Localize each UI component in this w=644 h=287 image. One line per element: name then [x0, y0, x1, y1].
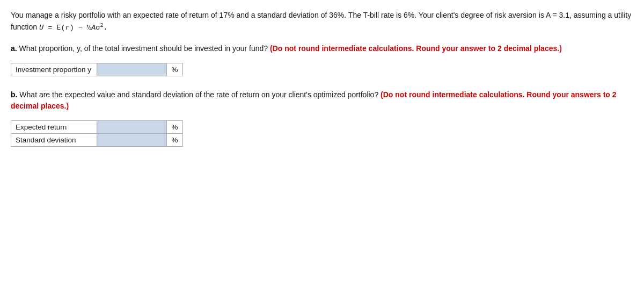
table-row: Expected return %: [11, 120, 183, 133]
part-b-label: b.: [11, 90, 17, 99]
part-a-table: Investment proportion y %: [11, 63, 183, 76]
part-a-instruction: (Do not round intermediate calculations.…: [270, 44, 562, 53]
std-deviation-unit: %: [167, 133, 183, 146]
investment-proportion-label: Investment proportion y: [11, 63, 97, 76]
expected-return-unit: %: [167, 120, 183, 133]
std-deviation-label: Standard deviation: [11, 133, 97, 146]
formula-u-label: U = E(r) − ½Aσ2.: [39, 23, 108, 31]
part-a-question-text: What proportion, y, of the total investm…: [19, 44, 270, 53]
expected-return-input[interactable]: [97, 121, 166, 133]
part-b-table: Expected return % Standard deviation %: [11, 120, 183, 147]
table-row: Investment proportion y %: [11, 63, 183, 76]
part-b-section: b. What are the expected value and stand…: [11, 89, 633, 147]
part-b-question-text: What are the expected value and standard…: [19, 90, 380, 99]
part-a-section: a. What proportion, y, of the total inve…: [11, 43, 633, 76]
part-a-question: a. What proportion, y, of the total inve…: [11, 43, 633, 54]
investment-proportion-input[interactable]: [97, 63, 166, 76]
expected-return-label: Expected return: [11, 120, 97, 133]
std-deviation-input-cell[interactable]: [97, 133, 167, 146]
part-a-label: a.: [11, 44, 17, 53]
std-deviation-input[interactable]: [97, 134, 166, 146]
problem-intro: You manage a risky portfolio with an exp…: [11, 10, 633, 33]
part-b-question: b. What are the expected value and stand…: [11, 89, 633, 112]
investment-proportion-unit: %: [167, 63, 183, 76]
table-row: Standard deviation %: [11, 133, 183, 146]
expected-return-input-cell[interactable]: [97, 120, 167, 133]
investment-proportion-input-cell[interactable]: [97, 63, 167, 76]
